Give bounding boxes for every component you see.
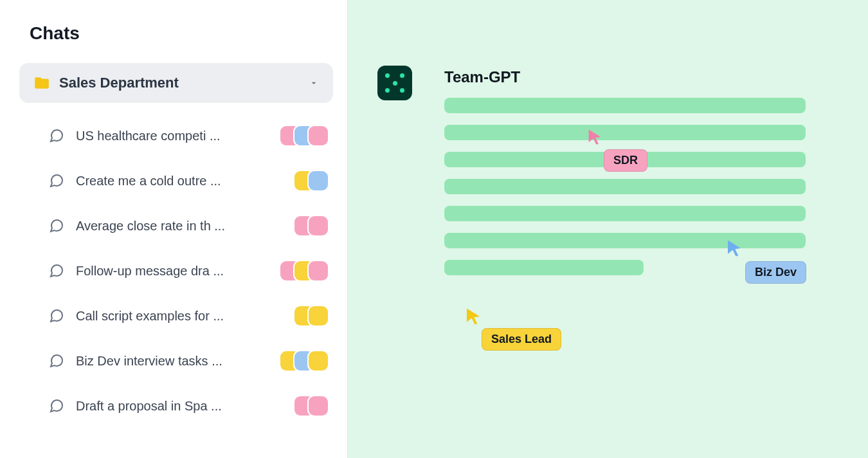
placeholder-bar: [444, 260, 644, 275]
sidebar: Chats Sales Department US healthcare com…: [0, 0, 347, 458]
cursor-label: SDR: [604, 149, 647, 172]
placeholder-bar: [444, 98, 806, 113]
participant-chips: [294, 396, 328, 416]
speech-bubble-icon: [49, 128, 64, 143]
chat-label: Draft a proposal in Spa ...: [76, 399, 283, 414]
speech-bubble-icon: [49, 263, 64, 279]
chat-item[interactable]: Biz Dev interview tasks ...: [30, 338, 328, 383]
brand-title: Team-GPT: [444, 68, 520, 86]
placeholder-bar: [444, 233, 806, 248]
speech-bubble-icon: [49, 398, 64, 414]
chat-label: US healthcare competi ...: [76, 129, 269, 143]
chat-canvas: Team-GPT SDR Biz Dev Sales Lead: [347, 0, 868, 458]
cursor-label: Biz Dev: [745, 261, 806, 284]
participant-chips: [280, 351, 328, 371]
speech-bubble-icon: [49, 173, 64, 188]
chat-item[interactable]: Follow-up message dra ...: [30, 248, 328, 293]
chat-label: Biz Dev interview tasks ...: [76, 354, 269, 369]
chat-item[interactable]: Average close rate in th ...: [30, 203, 328, 248]
participant-chips: [294, 306, 328, 325]
participant-chips: [294, 171, 328, 190]
message-placeholder-bars: [444, 98, 806, 275]
sidebar-title: Chats: [30, 23, 328, 44]
team-gpt-logo: [377, 66, 412, 100]
chat-item[interactable]: US healthcare competi ...: [30, 113, 328, 158]
participant-chips: [280, 261, 328, 280]
placeholder-bar: [444, 179, 806, 194]
chat-label: Create me a cold outre ...: [76, 174, 283, 188]
speech-bubble-icon: [49, 218, 64, 234]
avatar-chip: [309, 261, 328, 280]
speech-bubble-icon: [49, 308, 64, 324]
chat-label: Follow-up message dra ...: [76, 264, 269, 279]
chat-list: US healthcare competi ... Create me a co…: [30, 113, 328, 428]
avatar-chip: [309, 216, 328, 235]
avatar-chip: [309, 171, 328, 190]
chevron-down-icon[interactable]: [309, 78, 319, 88]
avatar-chip: [309, 306, 328, 325]
placeholder-bar: [444, 125, 806, 140]
collaborator-cursor-bizdev: Biz Dev: [725, 238, 744, 259]
avatar-chip: [309, 351, 328, 371]
chat-label: Average close rate in th ...: [76, 219, 283, 234]
participant-chips: [280, 126, 328, 145]
chat-item[interactable]: Draft a proposal in Spa ...: [30, 383, 328, 428]
placeholder-bar: [444, 206, 806, 221]
chat-item[interactable]: Call script examples for ...: [30, 293, 328, 338]
chat-label: Call script examples for ...: [76, 309, 283, 324]
participant-chips: [294, 216, 328, 235]
folder-sales-department[interactable]: Sales Department: [19, 63, 333, 103]
cursor-label: Sales Lead: [482, 328, 561, 351]
folder-label: Sales Department: [59, 75, 300, 91]
avatar-chip: [309, 126, 328, 145]
chat-item[interactable]: Create me a cold outre ...: [30, 158, 328, 203]
collaborator-cursor-sdr: SDR: [586, 127, 604, 147]
avatar-chip: [309, 396, 328, 416]
collaborator-cursor-saleslead: Sales Lead: [464, 306, 483, 327]
folder-icon: [33, 75, 50, 91]
speech-bubble-icon: [49, 353, 64, 369]
logo-dots-icon: [384, 72, 406, 94]
